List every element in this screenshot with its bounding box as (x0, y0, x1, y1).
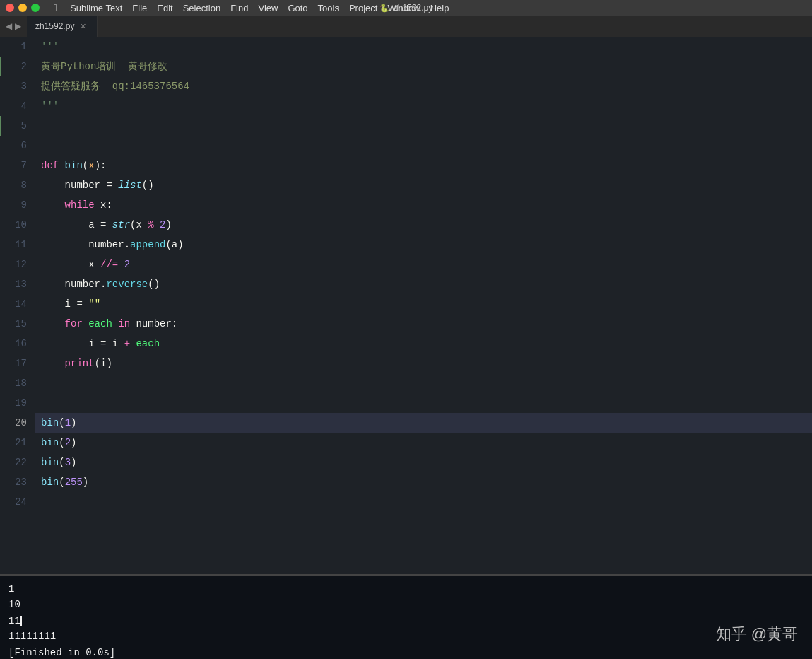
code-line-16: i = i + each (35, 334, 812, 354)
editor: 1 2 3 4 5 6 7 8 9 10 11 12 13 14 15 16 1… (0, 37, 812, 574)
code-line-5 (35, 116, 812, 136)
menu-find[interactable]: Find (230, 3, 248, 13)
line-num-18: 18 (0, 373, 35, 393)
close-button[interactable] (6, 4, 14, 12)
line-num-7: 7 (0, 156, 35, 175)
code-line-20: bin(1) (35, 413, 812, 433)
code-line-17: print(i) (35, 354, 812, 373)
line-num-22: 22 (0, 453, 35, 472)
menu-project[interactable]: Project (349, 3, 377, 13)
line-num-3: 3 (0, 76, 35, 96)
file-icon: 🐍 (379, 4, 389, 13)
menu-selection[interactable]: Selection (183, 3, 220, 13)
code-line-10: a = str(x % 2) (35, 215, 812, 235)
apple-icon:  (54, 2, 57, 13)
line-num-17: 17 (0, 354, 35, 373)
minimize-button[interactable] (18, 4, 27, 12)
output-panel: 1 10 11 11111111 [Finished in 0.0s] 知乎 @… (0, 574, 812, 659)
tab-zh1592[interactable]: zh1592.py ✕ (27, 16, 98, 37)
code-line-23: bin(255) (35, 472, 812, 492)
line-num-8: 8 (0, 175, 35, 195)
output-line-4: 11111111 (8, 629, 804, 644)
nav-prev-icon[interactable]: ◀ (6, 21, 12, 31)
line-num-11: 11 (0, 235, 35, 255)
code-line-8: number = list() (35, 175, 812, 195)
output-line-3: 11 (8, 613, 804, 629)
line-num-9: 9 (0, 195, 35, 215)
line-num-14: 14 (0, 294, 35, 314)
menu-view[interactable]: View (258, 3, 278, 13)
code-line-13: number.reverse() (35, 274, 812, 294)
nav-next-icon[interactable]: ▶ (15, 21, 21, 31)
code-area[interactable]: ''' 黄哥Python培训 黄哥修改 提供答疑服务 qq:1465376564… (35, 37, 812, 574)
titlebar:  Sublime Text File Edit Selection Find … (0, 0, 812, 16)
line-num-24: 24 (0, 492, 35, 512)
code-line-24 (35, 492, 812, 512)
code-line-3: 提供答疑服务 qq:1465376564 (35, 76, 812, 96)
line-num-2: 2 (0, 57, 35, 76)
watermark: 知乎 @黄哥 (716, 624, 798, 645)
traffic-lights (6, 4, 40, 12)
line-num-15: 15 (0, 314, 35, 334)
code-line-2: 黄哥Python培训 黄哥修改 (35, 57, 812, 76)
code-line-7: def bin(x): (35, 156, 812, 175)
line-num-19: 19 (0, 393, 35, 413)
code-line-11: number.append(a) (35, 235, 812, 255)
code-line-19 (35, 393, 812, 413)
menu-sublime-text[interactable]: Sublime Text (70, 3, 122, 13)
menu-goto[interactable]: Goto (288, 3, 307, 13)
code-line-1: ''' (35, 37, 812, 57)
menu-tools[interactable]: Tools (318, 3, 339, 13)
tab-label: zh1592.py (35, 21, 74, 31)
nav-arrows: ◀ ▶ (0, 16, 27, 37)
line-num-5: 5 (0, 116, 35, 136)
code-line-12: x //= 2 (35, 255, 812, 274)
code-line-9: while x: (35, 195, 812, 215)
line-num-13: 13 (0, 274, 35, 294)
code-line-14: i = "" (35, 294, 812, 314)
line-numbers: 1 2 3 4 5 6 7 8 9 10 11 12 13 14 15 16 1… (0, 37, 35, 574)
line-num-23: 23 (0, 472, 35, 492)
line-num-12: 12 (0, 255, 35, 274)
line-num-20: 20 (0, 413, 35, 433)
tab-close-icon[interactable]: ✕ (80, 22, 86, 31)
menu-edit[interactable]: Edit (157, 3, 172, 13)
code-line-18 (35, 373, 812, 393)
code-line-21: bin(2) (35, 433, 812, 453)
line-num-4: 4 (0, 96, 35, 116)
maximize-button[interactable] (31, 4, 40, 12)
line-num-21: 21 (0, 433, 35, 453)
line-num-1: 1 (0, 37, 35, 57)
menu-file[interactable]: File (132, 3, 147, 13)
line-num-16: 16 (0, 334, 35, 354)
output-line-1: 1 (8, 581, 804, 597)
line-num-6: 6 (0, 136, 35, 156)
code-line-15: for each in number: (35, 314, 812, 334)
code-line-4: ''' (35, 96, 812, 116)
line-num-10: 10 (0, 215, 35, 235)
tabbar: ◀ ▶ zh1592.py ✕ (0, 16, 812, 37)
code-line-6 (35, 136, 812, 156)
output-line-2: 10 (8, 597, 804, 612)
titlebar-filename: 🐍 zh1592.py (379, 3, 433, 13)
menu-help[interactable]: Help (430, 3, 449, 13)
output-line-5: [Finished in 0.0s] (8, 645, 804, 659)
cursor (20, 616, 22, 626)
code-line-22: bin(3) (35, 453, 812, 472)
